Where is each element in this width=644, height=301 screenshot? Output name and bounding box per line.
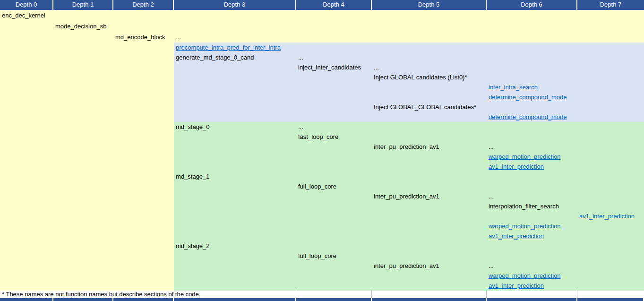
header-row: Depth 0Depth 1Depth 2Depth 3Depth 4Depth… bbox=[0, 0, 644, 10]
cell bbox=[53, 152, 113, 162]
cell: Inject GLOBAL_GLOBAL candidates* bbox=[372, 102, 487, 112]
table-row: full_loop_core bbox=[0, 251, 644, 261]
cell bbox=[53, 221, 113, 231]
cell: precompute_intra_pred_for_inter_intra bbox=[174, 43, 296, 52]
header-cell-depth-2: Depth 2 bbox=[113, 0, 174, 10]
cell bbox=[0, 191, 53, 201]
cell bbox=[53, 92, 113, 102]
table-body: enc_dec_kernelmode_decision_sbmd_encode_… bbox=[0, 10, 644, 291]
cell bbox=[113, 52, 174, 62]
cell bbox=[53, 102, 113, 112]
cell bbox=[113, 92, 174, 102]
cell: fast_loop_core bbox=[296, 132, 372, 142]
cell bbox=[372, 221, 487, 231]
table-row: Inject GLOBAL_GLOBAL candidates* bbox=[0, 102, 644, 112]
cell bbox=[577, 142, 644, 152]
cell bbox=[296, 21, 372, 32]
label-ellipsis: ... bbox=[372, 64, 379, 71]
cell: Inject GLOBAL candidates (List0)* bbox=[372, 72, 487, 82]
cell bbox=[113, 152, 174, 162]
link-precompute-intra-pred-for-inter-intra[interactable]: precompute_intra_pred_for_inter_intra bbox=[174, 44, 281, 51]
label-full-loop-core: full_loop_core bbox=[296, 183, 336, 190]
cell bbox=[577, 21, 644, 32]
cell bbox=[113, 221, 174, 231]
cell bbox=[296, 92, 372, 102]
cell bbox=[577, 201, 644, 211]
link-av1-inter-prediction[interactable]: av1_inter_prediction bbox=[487, 282, 544, 289]
cell bbox=[296, 142, 372, 152]
table-row: generate_md_stage_0_cand... bbox=[0, 52, 644, 62]
cell bbox=[53, 32, 113, 43]
footnote-cell: * These names are not function names but… bbox=[0, 291, 296, 298]
cell bbox=[0, 261, 53, 271]
label-ellipsis: ... bbox=[174, 34, 181, 41]
empty-cell bbox=[296, 291, 372, 298]
link-warped-motion-prediction[interactable]: warped_motion_prediction bbox=[487, 223, 560, 230]
call-tree-table: Depth 0Depth 1Depth 2Depth 3Depth 4Depth… bbox=[0, 0, 644, 301]
label-full-loop-core: full_loop_core bbox=[296, 252, 336, 259]
cell bbox=[0, 281, 53, 291]
table-row: mode_decision_sb bbox=[0, 21, 644, 32]
cell bbox=[174, 102, 296, 112]
partial-header-cell bbox=[577, 298, 644, 301]
cell bbox=[372, 52, 487, 62]
cell: md_stage_2 bbox=[174, 241, 296, 251]
cell bbox=[577, 102, 644, 112]
table-row: av1_inter_prediction bbox=[0, 281, 644, 291]
label-interpolation-filter-search: interpolation_filter_search bbox=[487, 203, 559, 210]
link-warped-motion-prediction[interactable]: warped_motion_prediction bbox=[487, 153, 560, 160]
cell: full_loop_core bbox=[296, 251, 372, 261]
label-fast-loop-core: fast_loop_core bbox=[296, 133, 338, 140]
cell bbox=[487, 62, 577, 72]
cell bbox=[0, 271, 53, 281]
label-ellipsis: ... bbox=[487, 193, 494, 200]
cell bbox=[577, 10, 644, 21]
cell: inject_inter_candidates bbox=[296, 62, 372, 72]
cell bbox=[174, 281, 296, 291]
cell bbox=[174, 92, 296, 102]
cell bbox=[53, 82, 113, 92]
cell: interpolation_filter_search bbox=[487, 201, 577, 211]
cell bbox=[0, 231, 53, 241]
cell: ... bbox=[487, 142, 577, 152]
cell: av1_inter_prediction bbox=[487, 162, 577, 172]
cell bbox=[113, 172, 174, 181]
cell bbox=[174, 10, 296, 21]
partial-header-cell bbox=[372, 298, 487, 301]
cell: md_encode_block bbox=[113, 32, 174, 43]
empty-cell bbox=[577, 291, 644, 298]
link-av1-inter-prediction[interactable]: av1_inter_prediction bbox=[487, 163, 544, 170]
cell bbox=[487, 251, 577, 261]
table-row: interpolation_filter_search bbox=[0, 201, 644, 211]
partial-header-cell bbox=[296, 298, 372, 301]
cell bbox=[296, 162, 372, 172]
cell bbox=[113, 132, 174, 142]
link-av1-inter-prediction[interactable]: av1_inter_prediction bbox=[577, 213, 635, 220]
table-row: av1_inter_prediction bbox=[0, 231, 644, 241]
cell: ... bbox=[174, 32, 296, 43]
cell bbox=[372, 82, 487, 92]
cell: inter_pu_prediction_av1 bbox=[372, 261, 487, 271]
table-row: determine_compound_mode bbox=[0, 92, 644, 102]
cell bbox=[0, 21, 53, 32]
cell bbox=[487, 32, 577, 43]
cell: ... bbox=[296, 122, 372, 132]
cell bbox=[113, 82, 174, 92]
link-warped-motion-prediction[interactable]: warped_motion_prediction bbox=[487, 272, 560, 279]
cell: ... bbox=[487, 191, 577, 201]
cell bbox=[53, 43, 113, 52]
link-determine-compound-mode[interactable]: determine_compound_mode bbox=[487, 94, 567, 101]
footnote-text: * These names are not function names but… bbox=[0, 291, 200, 298]
link-determine-compound-mode[interactable]: determine_compound_mode bbox=[487, 113, 567, 120]
link-inter-intra-search[interactable]: inter_intra_search bbox=[487, 84, 538, 91]
cell bbox=[577, 32, 644, 43]
cell bbox=[487, 181, 577, 191]
link-av1-inter-prediction[interactable]: av1_inter_prediction bbox=[487, 232, 544, 240]
cell bbox=[0, 122, 53, 132]
cell bbox=[487, 21, 577, 32]
cell: inter_pu_prediction_av1 bbox=[372, 191, 487, 201]
cell bbox=[577, 231, 644, 241]
cell bbox=[113, 191, 174, 201]
cell bbox=[296, 261, 372, 271]
cell: av1_inter_prediction bbox=[487, 231, 577, 241]
